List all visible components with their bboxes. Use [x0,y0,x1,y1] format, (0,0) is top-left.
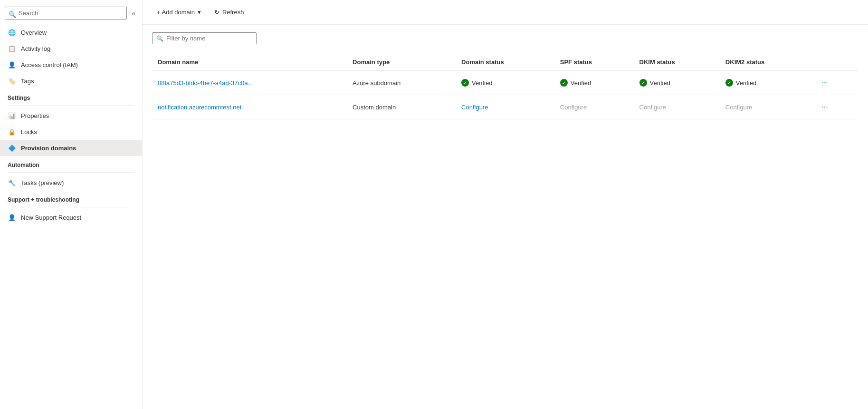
dkim-checkmark-1: ✓ [639,79,647,87]
dkim-status-label-1: Verified [650,79,670,87]
domain-status-cell-1: ✓ Verified [456,71,554,95]
actions-cell-2: ··· [812,95,858,119]
domain-name-cell-2: notification.azurecommtest.net [152,95,347,119]
dkim-status-cell-2: Configure [634,95,720,119]
table-row: 08fa75d3-bfdc-4be7-a4ad-37c0a... Azure s… [152,71,858,95]
support-section-header: Support + troubleshooting [0,191,142,205]
support-icon: 👤 [8,213,16,222]
domain-status-label-1: Verified [472,79,492,87]
sidebar-item-access-control[interactable]: 👤 Access control (IAM) [0,57,142,73]
dkim2-status-label-1: Verified [736,79,756,87]
sidebar-label-access-control: Access control (IAM) [21,61,78,68]
automation-section-header: Automation [0,156,142,170]
col-dkim2-status: DKIM2 status [720,54,812,71]
row-actions-button-2[interactable]: ··· [818,101,831,113]
tag-icon: 🏷️ [8,77,16,85]
dkim2-status-cell-2: Configure [720,95,812,119]
support-divider [8,207,134,207]
verified-checkmark-1: ✓ [461,79,469,87]
settings-divider [8,105,134,106]
person-icon: 👤 [8,60,16,69]
col-domain-name: Domain name [152,54,347,71]
add-domain-dropdown-icon: ▾ [198,9,201,16]
sidebar-label-provision-domains: Provision domains [21,145,76,152]
dkim-status-verified-1: ✓ Verified [639,79,714,87]
col-dkim-status: DKIM status [634,54,720,71]
properties-icon: 📊 [8,111,16,120]
domain-type-cell-1: Azure subdomain [347,71,456,95]
spf-status-configure-2: Configure [560,104,587,111]
domain-table: Domain name Domain type Domain status SP… [152,54,858,119]
domain-status-verified-1: ✓ Verified [461,79,549,87]
dkim2-status-cell-1: ✓ Verified [720,71,812,95]
refresh-icon: ↻ [214,9,219,16]
domain-name-link-2[interactable]: notification.azurecommtest.net [158,104,241,111]
sidebar-label-locks: Locks [21,128,37,136]
toolbar: + Add domain ▾ ↻ Refresh [143,0,868,25]
settings-section-header: Settings [0,89,142,103]
sidebar-item-locks[interactable]: 🔒 Locks [0,124,142,140]
sidebar-label-properties: Properties [21,112,49,119]
filter-input-wrap: 🔍 [152,32,257,44]
sidebar-item-properties[interactable]: 📊 Properties [0,107,142,124]
spf-checkmark-1: ✓ [560,79,568,87]
search-container: 🔍 « [0,4,142,24]
globe-icon: 🌐 [8,28,16,37]
filter-bar: 🔍 [152,32,858,44]
sidebar-label-overview: Overview [21,29,47,36]
domain-type-cell-2: Custom domain [347,95,456,119]
main-content: + Add domain ▾ ↻ Refresh 🔍 Domain name D… [143,0,868,409]
actions-cell-1: ··· [812,71,858,95]
refresh-button[interactable]: ↻ Refresh [210,6,249,19]
collapse-button[interactable]: « [130,8,137,19]
dkim-status-configure-2: Configure [639,104,666,111]
col-spf-status: SPF status [554,54,634,71]
sidebar-item-activity-log[interactable]: 📋 Activity log [0,40,142,57]
domain-name-cell-1: 08fa75d3-bfdc-4be7-a4ad-37c0a... [152,71,347,95]
add-domain-button[interactable]: + Add domain ▾ [152,6,206,19]
spf-status-verified-1: ✓ Verified [560,79,628,87]
col-actions [812,54,858,71]
domain-status-cell-2: Configure [456,95,554,119]
sidebar-label-tags: Tags [21,78,34,85]
col-domain-type: Domain type [347,54,456,71]
dkim2-checkmark-1: ✓ [725,79,733,87]
book-icon: 📋 [8,44,16,53]
add-domain-label: + Add domain [157,9,195,16]
dkim2-status-configure-2: Configure [725,104,752,111]
sidebar-item-provision-domains[interactable]: 🔷 Provision domains [0,140,142,156]
filter-input[interactable] [166,35,252,42]
dkim2-status-verified-1: ✓ Verified [725,79,807,87]
domain-name-link-1[interactable]: 08fa75d3-bfdc-4be7-a4ad-37c0a... [158,79,253,87]
provision-icon: 🔷 [8,144,16,152]
spf-status-cell-2: Configure [554,95,634,119]
refresh-label: Refresh [222,9,244,16]
dkim-status-cell-1: ✓ Verified [634,71,720,95]
table-header-row: Domain name Domain type Domain status SP… [152,54,858,71]
content-area: 🔍 Domain name Domain type Domain status … [143,25,868,409]
spf-status-label-1: Verified [571,79,591,87]
sidebar-item-overview[interactable]: 🌐 Overview [0,24,142,40]
sidebar-label-tasks: Tasks (preview) [21,179,64,186]
sidebar: 🔍 « 🌐 Overview 📋 Activity log 👤 Access c… [0,0,143,409]
table-row: notification.azurecommtest.net Custom do… [152,95,858,119]
lock-icon: 🔒 [8,127,16,136]
sidebar-label-new-support: New Support Request [21,214,81,221]
automation-divider [8,172,134,173]
filter-search-icon: 🔍 [156,35,163,42]
spf-status-cell-1: ✓ Verified [554,71,634,95]
tasks-icon: 🔧 [8,178,16,187]
row-actions-button-1[interactable]: ··· [818,77,831,89]
sidebar-label-activity-log: Activity log [21,45,50,52]
sidebar-item-tags[interactable]: 🏷️ Tags [0,73,142,89]
search-input[interactable] [5,7,127,19]
sidebar-item-new-support[interactable]: 👤 New Support Request [0,209,142,225]
domain-status-configure-2[interactable]: Configure [461,104,488,111]
sidebar-item-tasks[interactable]: 🔧 Tasks (preview) [0,175,142,191]
col-domain-status: Domain status [456,54,554,71]
